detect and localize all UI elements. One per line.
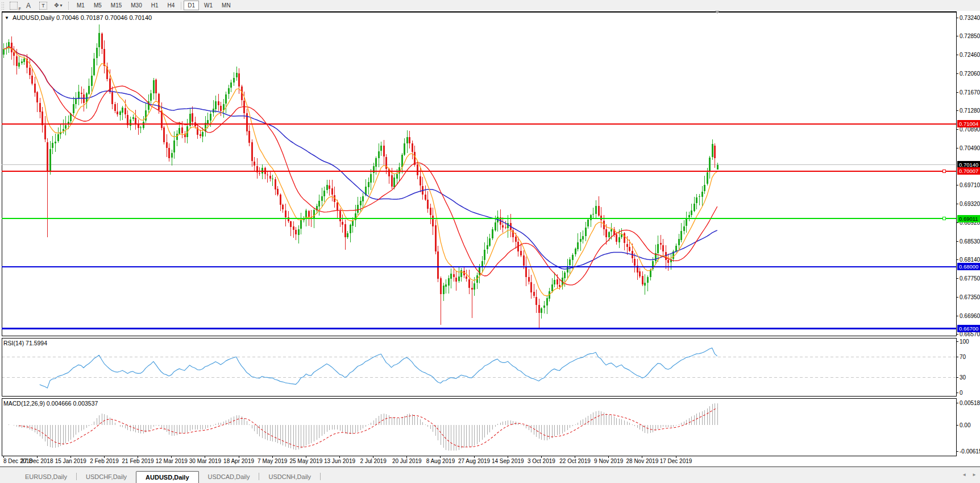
timeframe-group: M1M5M15M30H1H4D1W1MN [72, 1, 235, 10]
chart-area: 0.732400.728500.724600.720600.716700.712… [0, 11, 980, 467]
date-axis-tick: 15 Jan 2019 [55, 458, 86, 464]
price-axis-tick: 0.67750 [960, 275, 980, 282]
toolbar-separator [68, 2, 69, 10]
date-axis-tick: 30 Mar 2019 [189, 458, 222, 464]
timeframe-m30-button[interactable]: M30 [127, 1, 146, 10]
chart-canvas[interactable]: 0.732400.728500.724600.720600.716700.712… [0, 11, 980, 467]
macd-axis-tick: 0.00 [960, 422, 971, 428]
date-axis-tick: 2 Feb 2019 [90, 458, 119, 464]
price-axis-tick: 0.69710 [960, 182, 980, 188]
macd-axis-tick: 0.005181 [960, 400, 980, 406]
date-axis-tick: 27 Aug 2019 [458, 458, 491, 464]
date-axis-tick: 12 Mar 2019 [156, 458, 188, 464]
date-axis-tick: 2 Jul 2019 [360, 458, 387, 464]
timeframe-m5-button[interactable]: M5 [90, 1, 106, 10]
toolbar-separator [181, 2, 181, 10]
price-axis-tick: 0.68140 [960, 257, 980, 263]
timeframe-m1-button[interactable]: M1 [73, 1, 89, 10]
tab-scroll-right-icon[interactable]: ► [972, 472, 977, 477]
date-axis-tick: 14 Sep 2019 [492, 458, 524, 464]
timeframe-m15-button[interactable]: M15 [107, 1, 126, 10]
tab-separator [320, 473, 321, 480]
rsi-axis-tick: 30 [960, 374, 966, 381]
price-axis-tick: 0.69320 [960, 201, 980, 207]
chart-tab-usdcad[interactable]: USDCAD,Daily [199, 472, 259, 482]
price-axis-tick: 0.68530 [960, 238, 980, 245]
rsi-axis-tick: 0 [960, 390, 963, 396]
profile-grip-icon[interactable]: F [7, 1, 20, 10]
timeframe-w1-button[interactable]: W1 [200, 1, 217, 10]
price-axis-tick: 0.73240 [960, 15, 980, 21]
date-axis-tick: 3 Oct 2019 [528, 458, 555, 464]
toolbar-grip[interactable] [1, 2, 5, 10]
date-axis-tick: 7 May 2019 [258, 458, 288, 464]
date-axis-tick: 13 Jun 2019 [324, 458, 355, 464]
chart-title-collapse-icon[interactable]: ▼ [5, 15, 9, 20]
macd-axis-tick: -0.006153 [960, 448, 980, 455]
date-axis-tick: 28 Nov 2019 [626, 458, 658, 464]
crosshair-tool-icon[interactable]: ❖ ▾ [51, 1, 65, 10]
price-axis-tick: 0.66570 [960, 331, 980, 337]
hline-price-label[interactable]: 0.66700 [957, 325, 980, 332]
price-axis-tick: 0.72850 [960, 33, 980, 39]
price-axis-tick: 0.72060 [960, 71, 980, 77]
font-tool-icon[interactable]: A [22, 1, 35, 10]
hline-price-label[interactable]: 0.69011 [957, 215, 980, 222]
date-axis-tick: 17 Dec 2019 [660, 458, 692, 464]
tab-strip: EURUSD,DailyUSDCHF,DailyAUDUSD,DailyUSDC… [16, 470, 321, 483]
text-tool-icon[interactable]: T [36, 1, 50, 10]
timeframe-h1-button[interactable]: H1 [147, 1, 163, 10]
chart-tab-usdchf[interactable]: USDCHF,Daily [77, 472, 136, 482]
hline-price-label[interactable]: 0.71004 [957, 120, 980, 127]
toolbar: F A T ❖ ▾ M1M5M15M30H1H4D1W1MN [0, 0, 980, 11]
price-axis-tick: 0.72460 [960, 52, 980, 58]
tab-scroll: ◄ ► [962, 472, 977, 477]
rsi-axis-tick: 100 [960, 338, 969, 345]
date-axis-tick: 22 Oct 2019 [559, 458, 591, 464]
timeframe-h4-button[interactable]: H4 [164, 1, 179, 10]
price-axis-tick: 0.66960 [960, 313, 980, 319]
chart-tab-usdcnh[interactable]: USDCNH,Daily [259, 472, 320, 482]
date-axis-tick: 18 Apr 2019 [223, 458, 254, 464]
date-axis-tick: 20 Jul 2019 [392, 458, 422, 464]
dropdown-caret-icon[interactable]: ▾ [60, 3, 62, 8]
timeframe-mn-button[interactable]: MN [218, 1, 235, 10]
rsi-axis-tick: 70 [960, 354, 966, 360]
tab-scroll-left-icon[interactable]: ◄ [962, 472, 966, 477]
price-axis-tick: 0.71280 [960, 108, 980, 114]
date-axis-tick: 21 Feb 2019 [122, 458, 155, 464]
chart-tab-audusd[interactable]: AUDUSD,Daily [136, 471, 198, 483]
hline-price-label[interactable]: 0.68000 [957, 263, 980, 270]
date-axis-tick: 25 May 2019 [289, 458, 322, 464]
hline-price-label[interactable]: 0.70007 [957, 167, 980, 175]
timeframe-d1-button[interactable]: D1 [184, 1, 199, 10]
date-axis-tick: 27 Dec 2018 [21, 458, 53, 464]
price-axis-tick: 0.70490 [960, 145, 980, 151]
chart-title[interactable]: ▼ AUDUSD,Daily 0.70046 0.70187 0.70046 0… [5, 14, 152, 21]
rsi-indicator-label: RSI(14) 71.5994 [3, 340, 47, 346]
price-axis-tick: 0.71670 [960, 89, 980, 96]
date-axis-tick: 9 Nov 2019 [594, 458, 624, 464]
price-axis-tick: 0.67350 [960, 294, 980, 300]
chart-tab-bar: EURUSD,DailyUSDCHF,DailyAUDUSD,DailyUSDC… [0, 467, 980, 483]
chart-tab-eurusd[interactable]: EURUSD,Daily [16, 472, 76, 482]
date-axis-tick: 8 Aug 2019 [426, 458, 455, 464]
chart-title-text: AUDUSD,Daily 0.70046 0.70187 0.70046 0.7… [13, 14, 152, 21]
mt4-window: F A T ❖ ▾ M1M5M15M30H1H4D1W1MN 0.732400.… [0, 0, 980, 483]
macd-indicator-label: MACD(12,26,9) 0.004666 0.003537 [3, 400, 98, 407]
